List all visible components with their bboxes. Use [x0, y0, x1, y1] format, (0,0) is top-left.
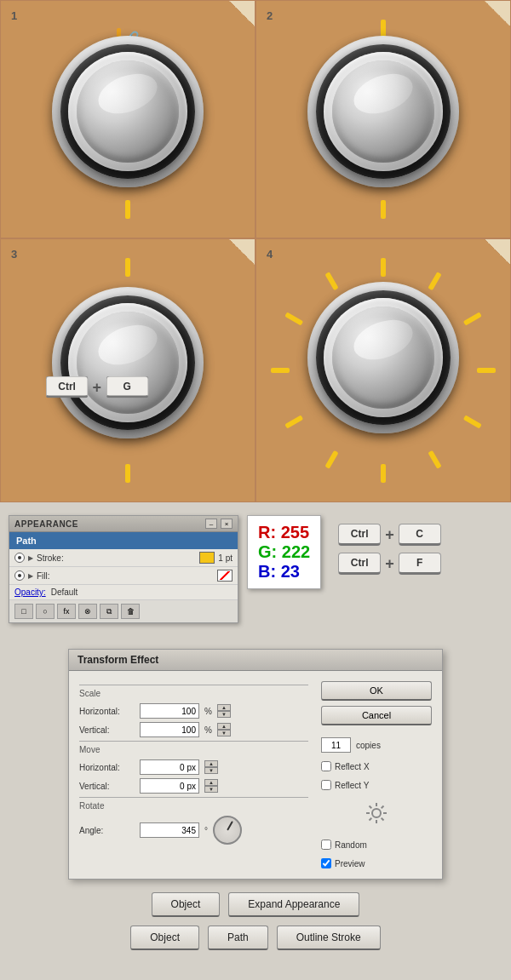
ap-tool-mask[interactable]: ⊗: [78, 604, 97, 619]
bottom-object-btn-1[interactable]: Object: [152, 892, 221, 917]
bottom-row-1: Object Expand Appearance: [17, 892, 494, 917]
tick-top-3: [125, 258, 130, 277]
corner-fold-3: [229, 239, 255, 265]
tick-bottom-2: [381, 200, 386, 219]
knob-4: [307, 282, 459, 433]
move-v-down[interactable]: ▼: [204, 786, 218, 793]
g-key-3[interactable]: G: [106, 376, 148, 398]
svg-rect-5: [428, 450, 441, 469]
random-checkbox[interactable]: [321, 840, 331, 850]
svg-rect-9: [271, 368, 290, 373]
ok-button[interactable]: OK: [321, 681, 432, 701]
ap-stroke-arrow: ▶: [28, 554, 33, 562]
ctrl-key-c[interactable]: Ctrl: [338, 524, 381, 546]
scale-h-unit: %: [204, 707, 212, 716]
rotate-row: Angle: °: [79, 816, 308, 845]
copies-input[interactable]: [321, 737, 351, 753]
outline-stroke-btn[interactable]: Outline Stroke: [277, 926, 381, 950]
preview-checkbox[interactable]: [321, 858, 331, 868]
ap-fill-eye[interactable]: [14, 570, 25, 581]
color-g-row: G: 222: [258, 542, 310, 562]
bottom-object-btn-2[interactable]: Object: [130, 926, 199, 950]
ap-path-row: Path: [9, 532, 238, 549]
plus-f: +: [385, 555, 394, 573]
gear-icon: [364, 800, 389, 826]
ap-fill-label: Fill:: [37, 571, 214, 581]
knob-inner-4: [332, 307, 434, 409]
color-b-label: B:: [258, 562, 281, 581]
scale-v-up[interactable]: ▲: [217, 723, 231, 730]
move-v-row: Vertical: ▲ ▼: [79, 778, 308, 794]
ap-tool-delete[interactable]: 🗑: [121, 604, 140, 619]
angle-dial[interactable]: [213, 816, 242, 845]
move-v-input[interactable]: [140, 778, 199, 794]
svg-point-12: [372, 809, 381, 817]
c-key[interactable]: C: [399, 524, 441, 546]
dialog-titlebar: Transform Effect: [69, 650, 442, 671]
ap-minimize-btn[interactable]: –: [205, 519, 217, 529]
ap-opacity-label[interactable]: Opacity:: [14, 587, 46, 597]
knob-white-ring-4: [307, 282, 459, 433]
f-key[interactable]: F: [399, 553, 441, 575]
ap-close-btn[interactable]: ×: [221, 519, 233, 529]
move-v-up[interactable]: ▲: [204, 779, 218, 786]
ap-tool-fx[interactable]: fx: [57, 604, 76, 619]
path-btn[interactable]: Path: [208, 926, 268, 950]
knob-shine-2: [348, 66, 418, 121]
move-h-stepper: ▲ ▼: [204, 760, 218, 774]
scale-v-input[interactable]: [140, 722, 199, 737]
dialog-body: Scale Horizontal: % ▲ ▼ Vertical: % ▲: [69, 671, 442, 879]
knob-shine-4: [348, 312, 418, 367]
panel-3: 3 Ctrl + G: [0, 238, 256, 502]
ap-controls: – ×: [205, 519, 233, 529]
scale-h-up[interactable]: ▲: [217, 704, 231, 711]
scale-h-stepper: ▲ ▼: [217, 704, 231, 718]
ap-tool-circle[interactable]: ○: [36, 604, 55, 619]
transform-dialog: Transform Effect Scale Horizontal: % ▲ ▼…: [68, 649, 443, 880]
ctrl-key-3[interactable]: Ctrl: [46, 376, 89, 398]
ap-stroke-row: ▶ Stroke: 1 pt: [9, 549, 238, 567]
copies-row: copies: [321, 737, 432, 753]
scale-h-input[interactable]: [140, 703, 199, 719]
color-b-value: 23: [281, 562, 300, 581]
ap-fill-swatch[interactable]: [217, 570, 233, 582]
ctrl-key-f[interactable]: Ctrl: [338, 553, 381, 575]
panel-3-number: 3: [11, 248, 17, 261]
scale-v-label: Vertical:: [79, 725, 135, 735]
panels-grid: 1 🔗 2: [0, 0, 511, 502]
angle-input[interactable]: [140, 822, 199, 838]
angle-label: Angle:: [79, 826, 135, 835]
ap-tool-copy[interactable]: ⧉: [100, 604, 118, 619]
move-h-down[interactable]: ▼: [204, 767, 218, 774]
ap-toolbar: □ ○ fx ⊗ ⧉ 🗑: [9, 599, 238, 622]
shortcuts-panel: Ctrl + C Ctrl + F: [330, 515, 450, 583]
move-h-input[interactable]: [140, 759, 199, 775]
panel-2: 2: [256, 0, 511, 238]
knob-inner-3: [77, 312, 179, 414]
ap-tool-new[interactable]: □: [14, 604, 33, 619]
panel-4: 4: [256, 238, 511, 502]
rotate-section-label: Rotate: [79, 797, 308, 811]
reflect-x-checkbox[interactable]: [321, 761, 331, 771]
knob-white-ring-3: [52, 287, 204, 438]
knob-outer-4: [324, 298, 443, 417]
color-popup: R: 255 G: 222 B: 23: [247, 515, 321, 589]
random-row: Random: [321, 840, 432, 850]
svg-rect-4: [463, 415, 482, 428]
scale-h-down[interactable]: ▼: [217, 711, 231, 718]
color-r-label: R:: [258, 523, 281, 542]
expand-appearance-btn[interactable]: Expand Appearance: [228, 892, 359, 917]
angle-unit: °: [204, 826, 208, 835]
move-h-up[interactable]: ▲: [204, 760, 218, 767]
ap-stroke-color-swatch[interactable]: [199, 552, 215, 564]
svg-rect-8: [284, 415, 303, 428]
reflect-y-checkbox[interactable]: [321, 780, 331, 790]
panel3-shortcut: Ctrl + G: [46, 376, 149, 398]
ap-stroke-eye[interactable]: [14, 553, 25, 563]
cancel-button[interactable]: Cancel: [321, 706, 432, 725]
dialog-right: OK Cancel copies Reflect X Reflect Y: [321, 681, 432, 868]
knob-3: [52, 287, 204, 438]
scale-v-down[interactable]: ▼: [217, 730, 231, 736]
scale-v-row: Vertical: % ▲ ▼: [79, 722, 308, 737]
svg-line-18: [382, 818, 384, 821]
